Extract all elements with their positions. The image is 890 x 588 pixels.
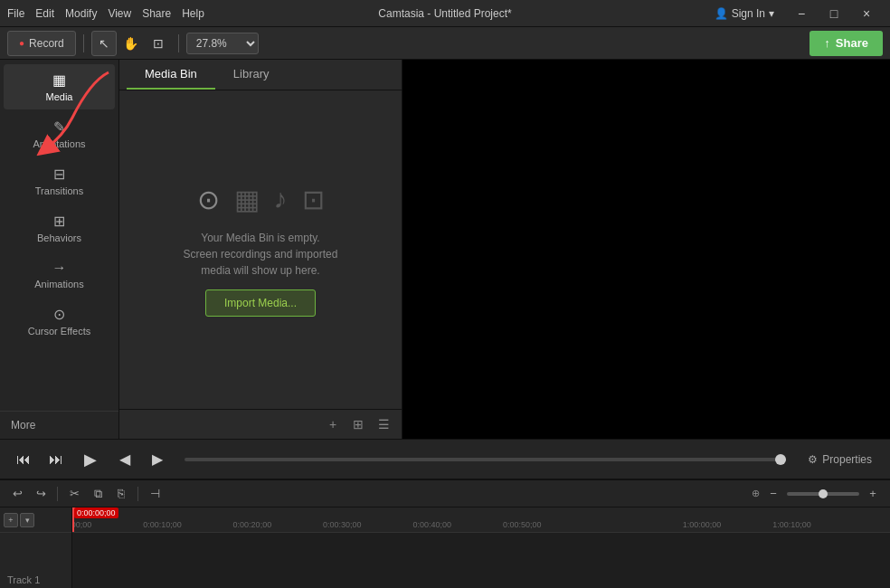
crop-icon: ⊡: [153, 36, 164, 51]
split-icon: ⊣: [150, 487, 160, 500]
step-back-button[interactable]: ⏮: [11, 447, 36, 472]
zoom-in-button[interactable]: +: [863, 484, 883, 504]
undo-button[interactable]: ↩: [7, 484, 27, 504]
preview-canvas: [402, 60, 890, 439]
playhead-line: 0:00:00;00: [72, 507, 74, 532]
sidebar-item-behaviors[interactable]: ⊞ Behaviors: [4, 205, 115, 251]
ruler-mark-5: 0:00:50;00: [503, 520, 542, 529]
zoom-select[interactable]: 27.8% 50% 75% 100%: [186, 33, 259, 54]
annotations-icon: ✎: [53, 119, 65, 136]
sidebar-item-media[interactable]: ▦ Media: [4, 64, 115, 109]
sidebar-label-cursor-effects: Cursor Effects: [28, 326, 91, 337]
playhead-timestamp: 0:00:00;00: [74, 507, 118, 518]
track-1-label: Track 1: [0, 533, 71, 588]
step-forward-button[interactable]: ⏭: [43, 447, 69, 472]
cut-button[interactable]: ✂: [64, 484, 84, 504]
sidebar-item-transitions[interactable]: ⊟ Transitions: [4, 158, 115, 204]
menu-edit[interactable]: Edit: [35, 7, 54, 20]
toolbar-separator: [83, 34, 84, 52]
more-button[interactable]: More: [0, 411, 118, 439]
ruler-mark-7: 1:00:10;00: [772, 520, 811, 529]
grid-view-button[interactable]: ⊞: [347, 413, 369, 435]
title-bar: File Edit Modify View Share Help Camtasi…: [0, 0, 890, 27]
tool-group: ↖ ✋ ⊡: [91, 31, 171, 56]
sidebar: ▦ Media ✎ Annotations ⊟ Transitions ⊞ Be…: [0, 60, 119, 439]
properties-button[interactable]: ⚙ Properties: [800, 450, 879, 469]
undo-icon: ↩: [13, 487, 23, 500]
crop-tool-button[interactable]: ⊡: [146, 31, 171, 56]
tab-library[interactable]: Library: [215, 60, 288, 90]
list-view-button[interactable]: ☰: [373, 413, 394, 435]
sidebar-item-annotations[interactable]: ✎ Annotations: [4, 111, 115, 156]
move-icon: ✋: [123, 36, 138, 51]
gear-icon: ⚙: [808, 453, 818, 466]
zoom-out-button[interactable]: −: [763, 484, 783, 504]
play-icon: ▶: [84, 450, 97, 469]
prev-button[interactable]: ◀: [112, 447, 137, 472]
sidebar-item-cursor-effects[interactable]: ⊙ Cursor Effects: [4, 299, 115, 344]
image-icon: ⊡: [302, 184, 325, 215]
menu-file[interactable]: File: [7, 7, 24, 20]
tab-media-bin[interactable]: Media Bin: [127, 60, 215, 90]
zoom-slider-knob[interactable]: [819, 489, 828, 498]
timeline-left-panel: + ▾ Track 1: [0, 507, 72, 588]
share-button[interactable]: ↑ Share: [810, 31, 883, 56]
menu-modify[interactable]: Modify: [65, 7, 97, 20]
zoom-slider[interactable]: [787, 492, 859, 496]
timeline-right-panel: 0:00:00;00 0:00:00;00 0:00:10;00 0:00:20…: [72, 507, 890, 588]
dropdown-icon: ▾: [769, 7, 774, 20]
add-track-button[interactable]: +: [4, 513, 18, 527]
step-forward-icon: ⏭: [49, 451, 63, 468]
select-icon: ↖: [99, 36, 109, 51]
panel-toolbar: + ⊞ ☰: [119, 409, 402, 439]
media-bin-empty-state: ⊙ ▦ ♪ ⊡ Your Media Bin is empty. Screen …: [119, 90, 402, 409]
select-tool-button[interactable]: ↖: [91, 31, 117, 56]
ruler-mark-3: 0:00:30;00: [323, 520, 362, 529]
next-button[interactable]: ▶: [145, 447, 170, 472]
import-media-button[interactable]: Import Media...: [205, 289, 316, 317]
window-controls: − □ ×: [785, 0, 883, 27]
redo-button[interactable]: ↪: [31, 484, 51, 504]
toolbar-separator-2: [178, 34, 179, 52]
share-label: Share: [836, 36, 868, 50]
animations-icon: →: [52, 260, 67, 276]
timeline-ruler: 0:00:00;00 0:00:00;00 0:00:10;00 0:00:20…: [72, 507, 890, 533]
timeline: ↩ ↪ ✂ ⧉ ⎘ ⊣ ⊕ − + +: [0, 479, 890, 588]
record-button[interactable]: ● Record: [7, 31, 76, 56]
add-icon: +: [329, 417, 336, 432]
close-button[interactable]: ×: [850, 0, 883, 27]
track-1-content: [72, 533, 890, 588]
sidebar-label-behaviors: Behaviors: [37, 232, 81, 243]
progress-knob[interactable]: [775, 454, 786, 465]
progress-bar[interactable]: [185, 458, 786, 461]
timeline-track-controls: + ▾: [0, 507, 71, 533]
menu-help[interactable]: Help: [182, 7, 204, 20]
transport-controls: ⏮ ⏭ ▶ ◀ ▶ ⚙ Properties: [0, 439, 890, 479]
preview-area: [402, 60, 890, 439]
copy-button[interactable]: ⧉: [88, 484, 108, 504]
signin-button[interactable]: 👤 Sign In ▾: [707, 4, 781, 24]
copy-icon: ⧉: [94, 487, 102, 501]
play-button[interactable]: ▶: [76, 445, 105, 474]
menu-bar: File Edit Modify View Share Help: [7, 7, 204, 20]
paste-button[interactable]: ⎘: [111, 484, 131, 504]
prev-icon: ◀: [119, 450, 130, 468]
add-media-button[interactable]: +: [322, 413, 344, 435]
maximize-button[interactable]: □: [818, 0, 850, 27]
content-panel: Media Bin Library ⊙ ▦ ♪ ⊡ Your Media Bin…: [119, 60, 402, 439]
minimize-button[interactable]: −: [785, 0, 818, 27]
record-label: Record: [29, 37, 64, 50]
grid-icon: ⊞: [353, 417, 364, 432]
expand-track-button[interactable]: ▾: [20, 513, 34, 527]
media-type-icons: ⊙ ▦ ♪ ⊡: [197, 184, 325, 215]
list-icon: ☰: [378, 417, 390, 432]
webcam-icon: ⊙: [197, 184, 220, 215]
split-button[interactable]: ⊣: [145, 484, 165, 504]
timeline-separator: [57, 487, 58, 501]
sidebar-item-animations[interactable]: → Animations: [4, 252, 115, 297]
paste-icon: ⎘: [118, 487, 125, 500]
sidebar-label-animations: Animations: [34, 279, 83, 289]
menu-share[interactable]: Share: [142, 7, 171, 20]
menu-view[interactable]: View: [108, 7, 131, 20]
move-tool-button[interactable]: ✋: [118, 31, 144, 56]
